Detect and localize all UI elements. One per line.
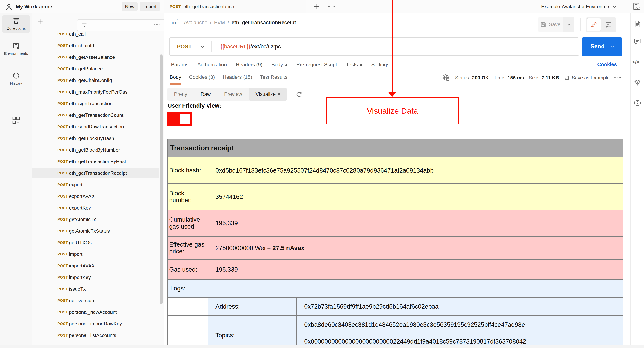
response-tab-item[interactable]: Cookies (3) bbox=[189, 74, 215, 85]
view-tab-item[interactable]: Raw bbox=[194, 88, 218, 100]
request-tab-item[interactable]: Body bbox=[271, 62, 288, 68]
row-value: 195,339 bbox=[208, 260, 623, 280]
view-tab-item[interactable]: Preview bbox=[218, 88, 249, 100]
new-button[interactable]: New bbox=[122, 2, 138, 11]
request-tab[interactable]: POST eth_getTransactionRece bbox=[164, 0, 306, 13]
send-button[interactable]: Send bbox=[582, 38, 622, 56]
request-list-item[interactable]: POST eth_getBalance bbox=[32, 64, 159, 74]
request-list-item[interactable]: POST eth_maxPriorityFeePerGas bbox=[32, 87, 159, 97]
save-button[interactable]: Save bbox=[538, 17, 563, 32]
request-name: personal_newAccount bbox=[69, 309, 117, 315]
breadcrumb-folder[interactable]: EVM bbox=[214, 20, 225, 26]
response-tab-item[interactable]: Headers (15) bbox=[223, 74, 252, 85]
request-list-item[interactable]: POST eth_getTransactionByHash bbox=[32, 156, 159, 166]
response-tab-item[interactable]: Body bbox=[170, 74, 181, 85]
method-badge: POST bbox=[57, 322, 69, 326]
save-options-button[interactable] bbox=[563, 17, 574, 32]
new-collection-icon[interactable] bbox=[37, 18, 44, 26]
request-list-item[interactable]: POST export bbox=[32, 180, 159, 190]
history-icon bbox=[2, 72, 30, 80]
request-list-item[interactable]: POST getAtomicTx bbox=[32, 214, 159, 224]
tab-method-badge: POST bbox=[170, 4, 181, 9]
method-badge: POST bbox=[57, 44, 69, 48]
activity-rail: Collections Environments History bbox=[0, 14, 32, 345]
request-list-item[interactable]: POST eth_getBlockByHash bbox=[32, 133, 159, 143]
tab-more-icon[interactable] bbox=[328, 6, 334, 7]
request-tab-item[interactable]: Authorization bbox=[197, 62, 227, 68]
request-list-item[interactable]: POST personal_newAccount bbox=[32, 307, 159, 317]
request-list-item[interactable]: POST importAVAX bbox=[32, 261, 159, 271]
request-list-item[interactable]: POST eth_chainId bbox=[32, 40, 159, 51]
request-tab-item[interactable]: Headers (9) bbox=[236, 62, 262, 68]
request-list-item[interactable]: POST eth_call bbox=[32, 29, 159, 39]
request-name: eth_chainId bbox=[69, 43, 94, 48]
method-badge: POST bbox=[57, 229, 69, 233]
request-list-item[interactable]: POST eth_getChainConfig bbox=[32, 75, 159, 86]
request-list-item[interactable]: POST exportAVAX bbox=[32, 191, 159, 201]
add-tab-icon[interactable] bbox=[312, 2, 320, 10]
breadcrumb-request[interactable]: eth_getTransactionReceipt bbox=[232, 20, 296, 26]
url-bar[interactable]: POST {{baseURL}}/ext/bc/C/rpc bbox=[169, 38, 579, 56]
request-list-item[interactable]: POST exportKey bbox=[32, 203, 159, 213]
cookies-link[interactable]: Cookies bbox=[597, 62, 617, 68]
code-snippet-icon[interactable]: </> bbox=[632, 59, 639, 65]
request-tab-item[interactable]: Settings bbox=[371, 62, 390, 68]
method-selector[interactable]: POST bbox=[177, 44, 201, 50]
request-list-item[interactable]: POST importKey bbox=[32, 272, 159, 282]
request-name: eth_call bbox=[69, 31, 86, 37]
logs-label: Logs: bbox=[168, 280, 623, 297]
documentation-icon[interactable] bbox=[634, 20, 642, 28]
sidebar-more-icon[interactable] bbox=[154, 24, 160, 25]
url-input[interactable]: {{baseURL}}/ext/bc/C/rpc bbox=[220, 44, 281, 50]
request-tab-item[interactable]: Tests bbox=[346, 62, 362, 68]
request-tab-label: Settings bbox=[371, 62, 390, 68]
user-friendly-toggle[interactable] bbox=[167, 112, 192, 126]
request-list-item[interactable]: POST eth_getBlockByNumber bbox=[32, 145, 159, 155]
save-icon bbox=[564, 75, 570, 80]
lightbulb-icon[interactable] bbox=[634, 78, 642, 86]
sidebar-item-collections[interactable]: Collections bbox=[2, 15, 30, 32]
request-list-item[interactable]: POST getUTXOs bbox=[32, 238, 159, 248]
request-tab-item[interactable]: Params bbox=[171, 62, 188, 68]
configure-blocks-icon[interactable] bbox=[12, 116, 20, 125]
request-list-item[interactable]: POST eth_getAssetBalance bbox=[32, 52, 159, 62]
view-tab-item[interactable]: Visualize bbox=[249, 88, 287, 100]
request-tab-item[interactable]: Pre-request Script bbox=[296, 62, 337, 68]
request-list-item[interactable]: POST eth_sendRawTransaction bbox=[32, 122, 159, 132]
request-list-item[interactable]: POST personal_unlockAccount bbox=[32, 342, 159, 345]
refresh-icon[interactable] bbox=[295, 91, 303, 98]
view-tab-label: Raw bbox=[201, 92, 211, 97]
request-list-item[interactable]: POST issueTx bbox=[32, 284, 159, 294]
response-tab-item[interactable]: Test Results bbox=[260, 74, 288, 85]
view-tab-item[interactable]: Pretty bbox=[167, 88, 194, 100]
response-more-icon[interactable] bbox=[614, 77, 621, 78]
request-list-item[interactable]: POST eth_signTransaction bbox=[32, 98, 159, 108]
row-value: 0xd5bd167f183efc36e75a925507f24d8470c87c… bbox=[208, 157, 623, 184]
user-avatar-icon[interactable] bbox=[5, 3, 13, 11]
request-list-item[interactable]: POST getAtomicTxStatus bbox=[32, 226, 159, 236]
request-list-item[interactable]: POST eth_getTransactionCount bbox=[32, 110, 159, 120]
request-list-item[interactable]: POST personal_importRawKey bbox=[32, 319, 159, 329]
request-list-item[interactable]: POST personal_listAccounts bbox=[32, 330, 159, 340]
workspace-title[interactable]: My Workspace bbox=[16, 4, 52, 10]
save-as-example-button[interactable]: Save as Example bbox=[564, 75, 610, 81]
comments-icon[interactable] bbox=[634, 38, 642, 45]
comment-mode-button[interactable] bbox=[601, 18, 616, 31]
environment-selector[interactable]: Example-Avalanche-Environme bbox=[538, 0, 618, 13]
import-button[interactable]: Import bbox=[140, 2, 160, 11]
sidebar-scrollbar[interactable] bbox=[160, 54, 162, 304]
breadcrumb-collection[interactable]: Avalanche bbox=[184, 20, 208, 26]
filter-icon bbox=[81, 22, 88, 28]
request-list-item[interactable]: POST net_version bbox=[32, 296, 159, 306]
request-list-item[interactable]: POST eth_getTransactionReceipt bbox=[32, 168, 159, 178]
annotation-callout: Visualize Data bbox=[326, 97, 459, 124]
sidebar-item-environments[interactable]: Environments bbox=[2, 42, 30, 56]
request-name: importKey bbox=[69, 274, 91, 280]
network-globe-icon[interactable] bbox=[442, 74, 450, 82]
request-list-item[interactable]: POST import bbox=[32, 249, 159, 259]
method-badge: POST bbox=[57, 160, 69, 164]
edit-mode-button[interactable] bbox=[587, 18, 601, 31]
environment-quick-look-icon[interactable] bbox=[632, 2, 641, 11]
info-icon[interactable] bbox=[634, 99, 642, 107]
sidebar-item-history[interactable]: History bbox=[2, 72, 30, 86]
